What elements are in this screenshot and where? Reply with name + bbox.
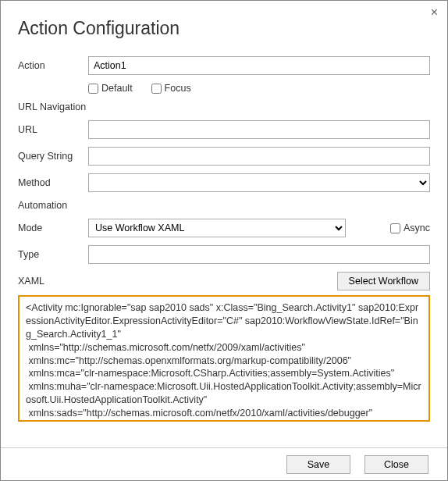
focus-checkbox[interactable]	[151, 84, 162, 94]
focus-checkbox-label: Focus	[165, 83, 191, 94]
url-navigation-section: URL Navigation	[18, 102, 430, 112]
query-string-input[interactable]	[88, 147, 430, 166]
async-checkbox-wrap[interactable]: Async	[390, 223, 430, 233]
save-button[interactable]: Save	[286, 455, 350, 474]
dialog-title: Action Configuration	[18, 18, 430, 39]
default-checkbox-label: Default	[101, 83, 133, 94]
mode-label: Mode	[18, 223, 88, 233]
mode-select[interactable]: Use Workflow XAML	[88, 219, 346, 237]
automation-section: Automation	[18, 200, 430, 211]
close-button[interactable]: Close	[364, 455, 428, 474]
action-input[interactable]	[88, 56, 430, 75]
xaml-textbox[interactable]: <Activity mc:Ignorable="sap sap2010 sads…	[18, 295, 430, 422]
action-label: Action	[18, 60, 88, 71]
focus-checkbox-wrap[interactable]: Focus	[151, 83, 191, 94]
query-string-label: Query String	[18, 151, 88, 162]
default-checkbox-wrap[interactable]: Default	[88, 83, 133, 94]
select-workflow-button[interactable]: Select Workflow	[337, 272, 430, 290]
default-checkbox[interactable]	[88, 84, 98, 94]
close-icon[interactable]: ×	[431, 5, 438, 20]
dialog-body: Action Configuration Action Default Focu…	[1, 1, 447, 422]
dialog-footer: Save Close	[1, 447, 447, 480]
type-input[interactable]	[88, 245, 430, 264]
xaml-label: XAML	[18, 276, 88, 287]
method-label: Method	[18, 177, 88, 188]
url-label: URL	[18, 124, 88, 135]
method-select[interactable]	[88, 173, 430, 192]
async-checkbox[interactable]	[390, 223, 400, 233]
async-checkbox-label: Async	[404, 223, 430, 233]
type-label: Type	[18, 249, 88, 260]
url-input[interactable]	[88, 120, 430, 139]
